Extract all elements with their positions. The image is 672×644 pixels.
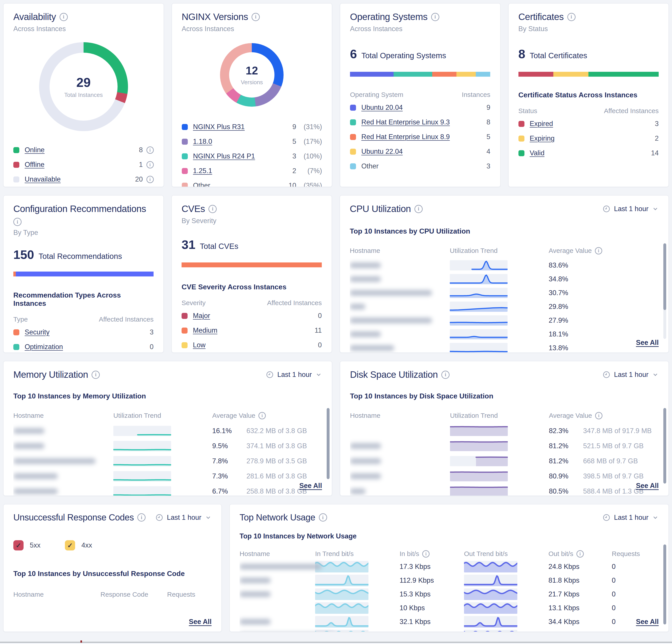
- scrollbar-thumb[interactable]: [327, 408, 329, 479]
- hostname-redacted[interactable]: [13, 443, 113, 449]
- hostname-redacted[interactable]: [350, 290, 450, 296]
- hostname-redacted[interactable]: [13, 428, 113, 434]
- hostname-redacted[interactable]: [350, 331, 450, 337]
- info-icon[interactable]: i: [208, 205, 217, 213]
- hostname-redacted[interactable]: [350, 443, 450, 449]
- checkbox-icon[interactable]: ✓: [65, 540, 75, 550]
- filter-checkbox-4xx[interactable]: ✓4xx: [65, 540, 92, 550]
- time-range-select[interactable]: Last 1 hour: [266, 371, 322, 379]
- time-range-select[interactable]: Last 1 hour: [155, 514, 212, 522]
- scrollbar-thumb[interactable]: [663, 408, 666, 484]
- utilization-sparkline: [450, 486, 508, 496]
- legend-label[interactable]: Medium: [193, 326, 217, 334]
- info-icon[interactable]: i: [431, 13, 439, 21]
- card-disk-utilization: Disk Space Utilization i Last 1 hour Top…: [340, 361, 669, 496]
- legend-label[interactable]: Valid: [530, 149, 545, 157]
- legend-label[interactable]: Low: [193, 341, 206, 349]
- checkbox-icon[interactable]: ✓: [13, 540, 24, 550]
- legend-label[interactable]: Offline: [25, 161, 45, 169]
- hostname-redacted[interactable]: [350, 473, 450, 479]
- time-range-select[interactable]: Last 1 hour: [602, 205, 659, 213]
- legend-label[interactable]: Expiring: [530, 134, 555, 142]
- see-all-link[interactable]: See All: [636, 618, 659, 626]
- section-heading: CVE Severity Across Instances: [182, 283, 322, 291]
- versions-donut-chart: 12 Versions: [220, 43, 284, 107]
- hostname-redacted[interactable]: [240, 591, 315, 597]
- legend-label[interactable]: 1.25.1: [193, 167, 212, 175]
- legend-label[interactable]: Red Hat Enterprise Linux 8.9: [361, 133, 450, 141]
- hostname-redacted[interactable]: [350, 276, 450, 282]
- hostname-redacted[interactable]: [240, 577, 315, 583]
- hostname-redacted[interactable]: [240, 564, 315, 570]
- section-heading: Top 10 Instances by Unsuccessful Respons…: [13, 570, 212, 578]
- time-range-select[interactable]: Last 1 hour: [602, 371, 659, 379]
- scrollbar-thumb[interactable]: [663, 243, 666, 310]
- legend-label[interactable]: Red Hat Enterprise Linux 9.3: [361, 118, 450, 126]
- filter-checkbox-5xx[interactable]: ✓5xx: [13, 540, 40, 550]
- see-all-link[interactable]: See All: [636, 339, 659, 347]
- info-icon[interactable]: i: [146, 176, 154, 183]
- in-bits-value: 32.1 Kbps: [399, 618, 431, 626]
- info-icon[interactable]: i: [13, 218, 22, 226]
- info-icon[interactable]: i: [60, 13, 68, 21]
- section-heading: Certificate Status Across Instances: [518, 91, 659, 99]
- card-subtitle: By Type: [13, 229, 154, 237]
- info-icon[interactable]: i: [567, 13, 576, 21]
- info-icon[interactable]: i: [441, 371, 449, 379]
- nginx_versions-legend-item: NGINX Plus R319(31%): [182, 120, 322, 134]
- time-range-label: Last 1 hour: [614, 514, 648, 522]
- hostname-redacted[interactable]: [350, 458, 450, 464]
- see-all-link[interactable]: See All: [189, 618, 212, 626]
- hostname-redacted[interactable]: [13, 488, 113, 494]
- info-icon[interactable]: i: [146, 146, 154, 154]
- hostname-redacted[interactable]: [350, 318, 450, 323]
- legend-label[interactable]: Ubuntu 20.04: [361, 104, 403, 111]
- hostname-redacted[interactable]: [350, 345, 450, 351]
- average-detail: 347.8 MB of 917.9 MB: [583, 427, 651, 435]
- legend-label[interactable]: Optimization: [25, 343, 63, 351]
- info-icon[interactable]: i: [252, 13, 260, 21]
- out-bits-value: 24.8 Kbps: [549, 563, 579, 571]
- info-icon[interactable]: i: [422, 550, 430, 558]
- legend-swatch: [182, 183, 188, 187]
- hostname-redacted[interactable]: [350, 262, 450, 268]
- see-all-link[interactable]: See All: [299, 482, 322, 490]
- time-range-select[interactable]: Last 1 hour: [602, 514, 659, 522]
- see-all-link[interactable]: See All: [636, 482, 659, 490]
- legend-label[interactable]: Unavailable: [25, 175, 61, 183]
- hostname-redacted[interactable]: [13, 458, 113, 464]
- info-icon[interactable]: i: [92, 371, 100, 379]
- info-icon[interactable]: i: [319, 513, 327, 522]
- hostname-redacted[interactable]: [350, 488, 450, 494]
- time-range-label: Last 1 hour: [167, 514, 201, 522]
- hostname-redacted[interactable]: [350, 304, 450, 310]
- legend-label[interactable]: NGINX Plus R24 P1: [193, 152, 255, 160]
- info-icon[interactable]: i: [415, 205, 423, 213]
- legend-label[interactable]: Major: [193, 312, 210, 320]
- info-icon[interactable]: i: [576, 550, 584, 558]
- legend-label[interactable]: 1.18.0: [193, 138, 212, 145]
- average-value: 34.8%: [549, 275, 575, 283]
- legend-percent: (31%): [296, 123, 322, 131]
- info-icon[interactable]: i: [595, 412, 602, 419]
- hostname-redacted[interactable]: [13, 473, 113, 479]
- info-icon[interactable]: i: [259, 412, 266, 419]
- legend-label[interactable]: NGINX Plus R31: [193, 123, 245, 131]
- legend-swatch: [13, 329, 19, 335]
- hostname-redacted[interactable]: [240, 619, 315, 625]
- legend-label[interactable]: Online: [25, 146, 45, 154]
- legend-label[interactable]: Expired: [530, 120, 553, 128]
- column-header: Out bit/si: [517, 550, 612, 558]
- scrollbar-thumb[interactable]: [663, 545, 666, 624]
- legend-label[interactable]: Security: [25, 328, 50, 336]
- info-icon[interactable]: i: [137, 513, 146, 522]
- card-title: Top Network Usage: [240, 512, 315, 523]
- average-detail: 281.6 MB of 3.8 GB: [247, 472, 307, 480]
- cpu-table-row: 83.6%: [350, 259, 659, 272]
- info-icon[interactable]: i: [595, 247, 602, 254]
- legend-label[interactable]: Ubuntu 22.04: [361, 147, 403, 156]
- legend-value: 5: [292, 138, 296, 145]
- info-icon[interactable]: i: [146, 161, 154, 168]
- section-heading: Top 10 Instances by Network Usage: [240, 532, 659, 540]
- os-stacked-bar: [350, 72, 490, 77]
